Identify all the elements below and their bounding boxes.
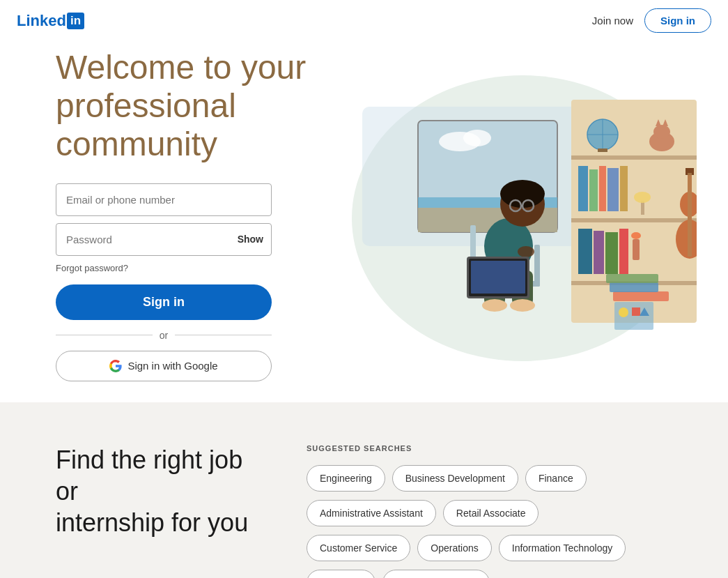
svg-rect-32 bbox=[619, 229, 628, 274]
navbar-logo: Linkedin bbox=[17, 12, 84, 30]
hero-title-line1: Welcome to your bbox=[56, 49, 306, 86]
hero-illustration bbox=[348, 65, 697, 365]
svg-rect-59 bbox=[613, 291, 669, 301]
logo-text: Linked bbox=[17, 12, 66, 30]
svg-rect-10 bbox=[598, 149, 607, 152]
login-form: Show Forgot password? Sign in or bbox=[56, 183, 272, 381]
chips-container: EngineeringBusiness DevelopmentFinanceAd… bbox=[307, 465, 672, 578]
svg-point-12 bbox=[653, 125, 670, 139]
chips-row-0: EngineeringBusiness DevelopmentFinance bbox=[307, 465, 672, 492]
signin-nav-button[interactable]: Sign in bbox=[644, 8, 711, 33]
hero-section: Welcome to your professional community S… bbox=[0, 41, 728, 402]
svg-rect-18 bbox=[607, 168, 619, 211]
or-text: or bbox=[160, 330, 168, 341]
svg-rect-64 bbox=[632, 307, 640, 316]
chip-button[interactable]: Marketing bbox=[307, 570, 375, 578]
svg-rect-17 bbox=[599, 166, 606, 211]
svg-point-55 bbox=[510, 299, 535, 312]
svg-rect-20 bbox=[641, 201, 644, 215]
hero-left: Welcome to your professional community S… bbox=[56, 48, 348, 381]
chip-button[interactable]: Business Development bbox=[392, 465, 518, 492]
signin-button[interactable]: Sign in bbox=[56, 284, 272, 320]
email-input[interactable] bbox=[56, 183, 272, 216]
bottom-title-line1: Find the right job or bbox=[56, 446, 242, 505]
chips-row-3: MarketingHuman Resources bbox=[307, 570, 672, 578]
bottom-title-line2: internship for you bbox=[56, 508, 248, 537]
show-password-button[interactable]: Show bbox=[238, 234, 263, 245]
linkedin-logo[interactable]: Linkedin bbox=[17, 12, 84, 30]
svg-point-54 bbox=[482, 299, 507, 312]
svg-rect-30 bbox=[594, 231, 604, 274]
password-field-wrap: Show bbox=[56, 223, 272, 256]
hero-right bbox=[348, 65, 697, 365]
bottom-section: Find the right job or internship for you… bbox=[0, 402, 728, 578]
join-now-button[interactable]: Join now bbox=[592, 15, 633, 26]
forgot-password-link[interactable]: Forgot password? bbox=[56, 263, 128, 273]
bottom-left: Find the right job or internship for you bbox=[56, 444, 307, 538]
chips-row-2: Customer ServiceOperationsInformation Te… bbox=[307, 535, 672, 561]
chip-button[interactable]: Finance bbox=[525, 465, 587, 492]
google-icon bbox=[109, 360, 122, 372]
chip-button[interactable]: Operations bbox=[417, 535, 491, 561]
navbar: Linkedin Join now Sign in bbox=[0, 0, 728, 41]
svg-point-34 bbox=[631, 232, 641, 239]
chip-button[interactable]: Information Technology bbox=[499, 535, 626, 561]
chip-button[interactable]: Administrative Assistant bbox=[307, 500, 436, 526]
bottom-title: Find the right job or internship for you bbox=[56, 444, 265, 538]
svg-rect-43 bbox=[534, 245, 540, 287]
svg-rect-16 bbox=[589, 169, 598, 211]
svg-rect-33 bbox=[633, 239, 640, 260]
google-signin-button[interactable]: Sign in with Google bbox=[56, 351, 272, 381]
hero-title-line2: professional community bbox=[56, 87, 236, 162]
chip-button[interactable]: Retail Associate bbox=[443, 500, 539, 526]
suggested-searches-label: SUGGESTED SEARCHES bbox=[307, 444, 672, 452]
or-line-left bbox=[56, 335, 153, 335]
svg-rect-58 bbox=[471, 261, 525, 294]
svg-rect-15 bbox=[578, 166, 588, 211]
svg-rect-3 bbox=[571, 155, 697, 160]
svg-rect-31 bbox=[605, 232, 618, 274]
google-signin-label: Sign in with Google bbox=[127, 360, 217, 372]
svg-rect-19 bbox=[620, 166, 628, 211]
svg-point-21 bbox=[634, 192, 651, 203]
svg-point-63 bbox=[619, 307, 628, 317]
or-divider: or bbox=[56, 330, 272, 341]
svg-rect-60 bbox=[610, 282, 658, 292]
bottom-right: SUGGESTED SEARCHES EngineeringBusiness D… bbox=[307, 444, 672, 578]
chip-button[interactable]: Human Resources bbox=[382, 570, 490, 578]
svg-rect-29 bbox=[578, 229, 592, 274]
chips-row-1: Administrative AssistantRetail Associate bbox=[307, 500, 672, 526]
logo-in-box: in bbox=[67, 13, 84, 29]
svg-rect-4 bbox=[571, 218, 697, 222]
svg-point-40 bbox=[463, 130, 491, 146]
svg-rect-61 bbox=[606, 274, 658, 283]
svg-point-51 bbox=[518, 246, 534, 257]
hero-title: Welcome to your professional community bbox=[56, 48, 320, 164]
or-line-right bbox=[175, 335, 272, 335]
chip-button[interactable]: Engineering bbox=[307, 465, 385, 492]
chip-button[interactable]: Customer Service bbox=[307, 535, 410, 561]
